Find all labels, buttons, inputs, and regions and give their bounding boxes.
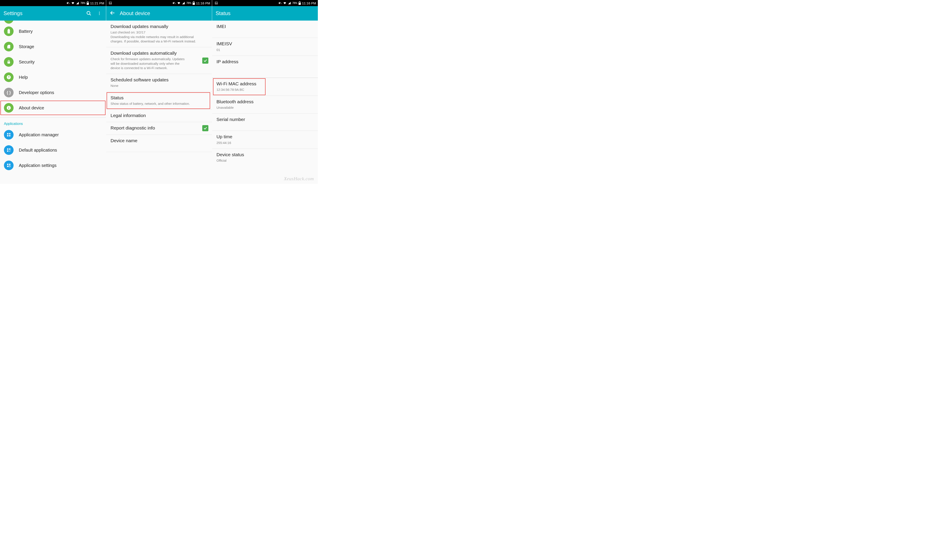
- wifi-icon: [177, 1, 180, 5]
- svg-rect-22: [9, 149, 11, 150]
- svg-rect-20: [9, 135, 11, 137]
- row-download-manual[interactable]: Download updates manually Last checked o…: [106, 20, 212, 47]
- svg-text:?: ?: [8, 76, 10, 79]
- label: Default applications: [19, 148, 57, 153]
- signal-icon: [288, 2, 291, 5]
- status-list: IMEI IMEISV 01 IP address Wi-Fi MAC addr…: [212, 20, 318, 184]
- svg-rect-11: [8, 62, 10, 63]
- row-title: Wi-Fi MAC address: [216, 81, 313, 87]
- svg-rect-17: [7, 133, 9, 135]
- mute-icon: [66, 1, 70, 5]
- settings-item-application-settings[interactable]: Application settings: [0, 158, 106, 173]
- row-title: Legal information: [111, 113, 208, 118]
- row-title: Up time: [216, 134, 313, 140]
- label: About device: [19, 105, 44, 111]
- battery-percent: 78%: [80, 2, 85, 5]
- row-device-status[interactable]: Device status Official: [212, 149, 318, 166]
- row-title: Device status: [216, 152, 313, 157]
- status-clock: 11:16 PM: [196, 1, 210, 5]
- screenshot-icon: [215, 2, 218, 5]
- row-subtitle: [216, 65, 304, 73]
- section-header-applications: Applications: [0, 118, 106, 127]
- row-subtitle: 255:44:16: [216, 141, 304, 145]
- row-up-time[interactable]: Up time 255:44:16: [212, 131, 318, 149]
- label: Developer options: [19, 90, 54, 95]
- settings-item-about-device[interactable]: About device: [0, 100, 106, 115]
- row-serial-number[interactable]: Serial number: [212, 114, 318, 131]
- row-bluetooth-address[interactable]: Bluetooth address Unavailable: [212, 96, 318, 114]
- svg-rect-24: [7, 164, 9, 165]
- settings-item-application-manager[interactable]: Application manager: [0, 127, 106, 142]
- sd-card-icon: [4, 42, 14, 51]
- row-imei[interactable]: IMEI: [212, 20, 318, 38]
- row-subtitle: Official: [216, 158, 304, 163]
- battery-icon: [87, 1, 89, 5]
- more-icon[interactable]: [96, 11, 102, 15]
- settings-item-default-applications[interactable]: Default applications: [0, 142, 106, 158]
- row-download-auto[interactable]: Download updates automatically Check for…: [106, 47, 212, 74]
- row-subtitle: None: [111, 83, 198, 88]
- wifi-icon: [71, 1, 75, 5]
- row-legal-information[interactable]: Legal information: [106, 109, 212, 122]
- row-title: Serial number: [216, 117, 313, 122]
- row-imeisv[interactable]: IMEISV 01: [212, 38, 318, 56]
- row-ip-address[interactable]: IP address: [212, 56, 318, 76]
- svg-rect-2: [87, 1, 88, 2]
- svg-point-7: [99, 13, 100, 14]
- settings-item-help[interactable]: ? Help: [0, 69, 106, 85]
- screenshot-icon: [109, 2, 112, 5]
- row-title: Device name: [111, 138, 208, 143]
- battery-icon: [299, 1, 301, 5]
- row-title: Status: [111, 95, 208, 101]
- back-icon[interactable]: [109, 10, 116, 17]
- row-title: Report diagnostic info: [111, 125, 208, 131]
- page-title: About device: [120, 10, 208, 16]
- battery-percent: 78%: [292, 2, 297, 5]
- status-clock: 11:16 PM: [302, 1, 316, 5]
- settings-item-storage[interactable]: Storage: [0, 39, 106, 54]
- grid-icon: [4, 130, 14, 140]
- about-list: Download updates manually Last checked o…: [106, 20, 212, 184]
- status-clock: 11:21 PM: [90, 1, 104, 5]
- svg-rect-37: [299, 1, 300, 2]
- mute-icon: [172, 1, 176, 5]
- svg-rect-31: [193, 1, 194, 2]
- row-subtitle: Show status of battery, network, and oth…: [111, 102, 198, 106]
- row-title: Download updates manually: [111, 24, 208, 29]
- row-device-name[interactable]: Device name: [106, 135, 212, 152]
- settings-item-security[interactable]: Security: [0, 54, 106, 69]
- settings-list: Battery Storage Security ? Help { } Deve…: [0, 20, 106, 184]
- search-icon[interactable]: [86, 11, 92, 16]
- list-item-peek: [4, 20, 106, 24]
- row-subtitle: Last checked on: 3/2/17 Downloading via …: [111, 30, 198, 43]
- svg-rect-16: [9, 108, 9, 109]
- label: Battery: [19, 29, 32, 34]
- battery-icon: [4, 26, 14, 36]
- status-bar: 78% 11:21 PM: [0, 0, 106, 6]
- help-icon: ?: [4, 72, 14, 82]
- row-subtitle: Unavailable: [216, 105, 304, 110]
- lock-icon: [4, 57, 14, 67]
- wifi-icon: [283, 1, 287, 5]
- page-title: Settings: [3, 10, 82, 16]
- settings-item-battery[interactable]: Battery: [0, 24, 106, 39]
- row-report-diagnostic[interactable]: Report diagnostic info: [106, 122, 212, 135]
- svg-point-15: [9, 107, 9, 108]
- settings-item-developer-options[interactable]: { } Developer options: [0, 85, 106, 100]
- signal-icon: [76, 2, 79, 5]
- checkbox-checked-icon[interactable]: [202, 125, 208, 131]
- svg-rect-25: [9, 164, 11, 165]
- checkbox-checked-icon[interactable]: [202, 57, 208, 64]
- panel-about-device: 78% 11:16 PM About device Download updat…: [106, 0, 212, 184]
- svg-rect-19: [7, 135, 9, 137]
- label: Storage: [19, 44, 34, 49]
- row-wifi-mac[interactable]: Wi-Fi MAC address 12:34:56:78:9A:BC: [212, 78, 318, 96]
- svg-point-6: [99, 12, 100, 12]
- row-status[interactable]: Status Show status of battery, network, …: [106, 92, 212, 110]
- row-scheduled-updates[interactable]: Scheduled software updates None: [106, 74, 212, 92]
- row-subtitle: 12:34:56:78:9A:BC: [216, 88, 304, 92]
- row-title: Download updates automatically: [111, 50, 208, 56]
- row-title: IMEISV: [216, 41, 313, 46]
- apps-gear-icon: [4, 160, 14, 170]
- svg-rect-18: [9, 133, 11, 135]
